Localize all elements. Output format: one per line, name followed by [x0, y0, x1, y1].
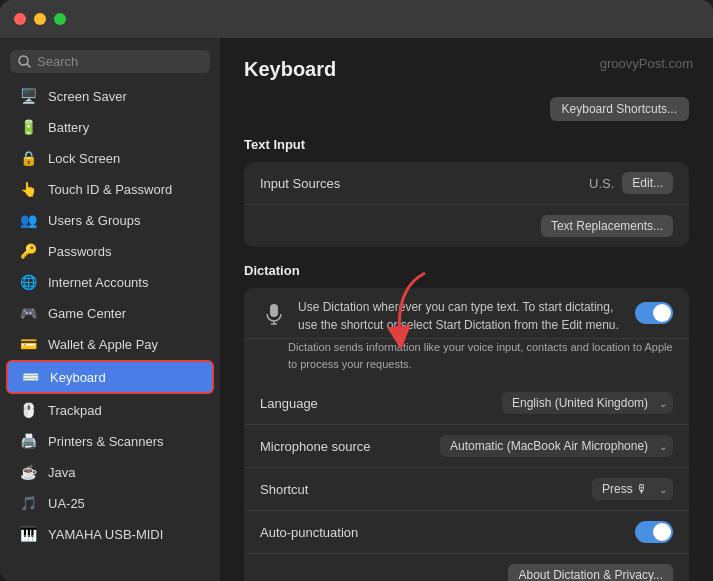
dictation-description-text: Use Dictation wherever you can type text…	[298, 298, 623, 334]
sidebar-item-touch-id[interactable]: 👆 Touch ID & Password	[6, 174, 214, 204]
language-select-wrap[interactable]: English (United Kingdom)	[502, 392, 673, 414]
keyboard-icon: ⌨️	[20, 367, 40, 387]
language-select[interactable]: English (United Kingdom)	[502, 392, 673, 414]
dictation-section-label: Dictation	[244, 263, 689, 278]
sidebar-item-label: Users & Groups	[48, 213, 140, 228]
users-icon: 👥	[18, 210, 38, 230]
shortcut-select-wrap[interactable]: Press 🎙	[592, 478, 673, 500]
language-label: Language	[260, 396, 502, 411]
dictation-privacy-text: Dictation sends information like your vo…	[244, 339, 689, 382]
sidebar: 🖥️ Screen Saver 🔋 Battery 🔒 Lock Screen …	[0, 38, 220, 581]
ua25-icon: 🎵	[18, 493, 38, 513]
main-window: 🖥️ Screen Saver 🔋 Battery 🔒 Lock Screen …	[0, 0, 713, 581]
input-sources-row: Input Sources U.S. Edit...	[244, 162, 689, 205]
main-content: groovyPost.com Keyboard Keyboard Shortcu…	[220, 38, 713, 581]
sidebar-item-internet-accounts[interactable]: 🌐 Internet Accounts	[6, 267, 214, 297]
close-button[interactable]	[14, 13, 26, 25]
sidebar-item-passwords[interactable]: 🔑 Passwords	[6, 236, 214, 266]
sidebar-item-label: Game Center	[48, 306, 126, 321]
auto-punctuation-row: Auto-punctuation	[244, 511, 689, 554]
microphone-select[interactable]: Automatic (MacBook Air Microphone)	[440, 435, 673, 457]
dictation-toggle-row: Use Dictation wherever you can type text…	[244, 288, 689, 339]
sidebar-item-label: UA-25	[48, 496, 85, 511]
sidebar-item-label: YAMAHA USB-MIDI	[48, 527, 163, 542]
text-replacements-button[interactable]: Text Replacements...	[541, 215, 673, 237]
sidebar-item-yamaha[interactable]: 🎹 YAMAHA USB-MIDI	[6, 519, 214, 549]
input-sources-label: Input Sources	[260, 176, 589, 191]
sidebar-item-trackpad[interactable]: 🖱️ Trackpad	[6, 395, 214, 425]
microphone-label: Microphone source	[260, 439, 440, 454]
internet-icon: 🌐	[18, 272, 38, 292]
sidebar-item-label: Screen Saver	[48, 89, 127, 104]
keyboard-shortcuts-button[interactable]: Keyboard Shortcuts...	[550, 97, 689, 121]
sidebar-item-users-groups[interactable]: 👥 Users & Groups	[6, 205, 214, 235]
sidebar-item-keyboard[interactable]: ⌨️ Keyboard	[6, 360, 214, 394]
sidebar-item-label: Java	[48, 465, 75, 480]
lock-icon: 🔒	[18, 148, 38, 168]
sidebar-item-java[interactable]: ☕ Java	[6, 457, 214, 487]
text-input-section-label: Text Input	[244, 137, 689, 152]
auto-punctuation-toggle[interactable]	[635, 521, 673, 543]
microphone-select-wrap[interactable]: Automatic (MacBook Air Microphone)	[440, 435, 673, 457]
sidebar-item-label: Passwords	[48, 244, 112, 259]
content-area: 🖥️ Screen Saver 🔋 Battery 🔒 Lock Screen …	[0, 38, 713, 581]
shortcut-select[interactable]: Press 🎙	[592, 478, 673, 500]
wallet-icon: 💳	[18, 334, 38, 354]
sidebar-item-label: Keyboard	[50, 370, 106, 385]
sidebar-item-printers[interactable]: 🖨️ Printers & Scanners	[6, 426, 214, 456]
sidebar-item-label: Wallet & Apple Pay	[48, 337, 158, 352]
java-icon: ☕	[18, 462, 38, 482]
language-row: Language English (United Kingdom)	[244, 382, 689, 425]
sidebar-item-screen-saver[interactable]: 🖥️ Screen Saver	[6, 81, 214, 111]
search-box[interactable]	[10, 50, 210, 73]
about-dictation-button[interactable]: About Dictation & Privacy...	[508, 564, 673, 581]
text-replacements-row: Text Replacements...	[244, 205, 689, 247]
watermark: groovyPost.com	[600, 56, 693, 71]
dictation-toggle[interactable]	[635, 302, 673, 324]
sidebar-item-ua25[interactable]: 🎵 UA-25	[6, 488, 214, 518]
yamaha-icon: 🎹	[18, 524, 38, 544]
edit-button[interactable]: Edit...	[622, 172, 673, 194]
sidebar-item-label: Battery	[48, 120, 89, 135]
title-bar	[0, 0, 713, 38]
sidebar-item-label: Touch ID & Password	[48, 182, 172, 197]
mic-icon	[260, 300, 288, 328]
sidebar-item-wallet[interactable]: 💳 Wallet & Apple Pay	[6, 329, 214, 359]
about-dictation-row: About Dictation & Privacy...	[244, 554, 689, 581]
sidebar-item-label: Lock Screen	[48, 151, 120, 166]
search-input[interactable]	[37, 54, 202, 69]
minimize-button[interactable]	[34, 13, 46, 25]
svg-line-1	[27, 64, 30, 67]
shortcut-label: Shortcut	[260, 482, 592, 497]
sidebar-item-label: Printers & Scanners	[48, 434, 164, 449]
battery-icon: 🔋	[18, 117, 38, 137]
traffic-lights	[14, 13, 66, 25]
sidebar-item-label: Trackpad	[48, 403, 102, 418]
sidebar-item-lock-screen[interactable]: 🔒 Lock Screen	[6, 143, 214, 173]
search-icon	[18, 55, 31, 68]
input-sources-value: U.S.	[589, 176, 614, 191]
sidebar-item-label: Internet Accounts	[48, 275, 148, 290]
touch-id-icon: 👆	[18, 179, 38, 199]
trackpad-icon: 🖱️	[18, 400, 38, 420]
sidebar-item-battery[interactable]: 🔋 Battery	[6, 112, 214, 142]
passwords-icon: 🔑	[18, 241, 38, 261]
auto-punctuation-label: Auto-punctuation	[260, 525, 635, 540]
shortcut-row: Shortcut Press 🎙	[244, 468, 689, 511]
game-center-icon: 🎮	[18, 303, 38, 323]
printers-icon: 🖨️	[18, 431, 38, 451]
svg-rect-2	[270, 304, 278, 317]
dictation-card: Use Dictation wherever you can type text…	[244, 288, 689, 581]
maximize-button[interactable]	[54, 13, 66, 25]
sidebar-item-game-center[interactable]: 🎮 Game Center	[6, 298, 214, 328]
microphone-row: Microphone source Automatic (MacBook Air…	[244, 425, 689, 468]
screen-saver-icon: 🖥️	[18, 86, 38, 106]
text-input-card: Input Sources U.S. Edit... Text Replacem…	[244, 162, 689, 247]
